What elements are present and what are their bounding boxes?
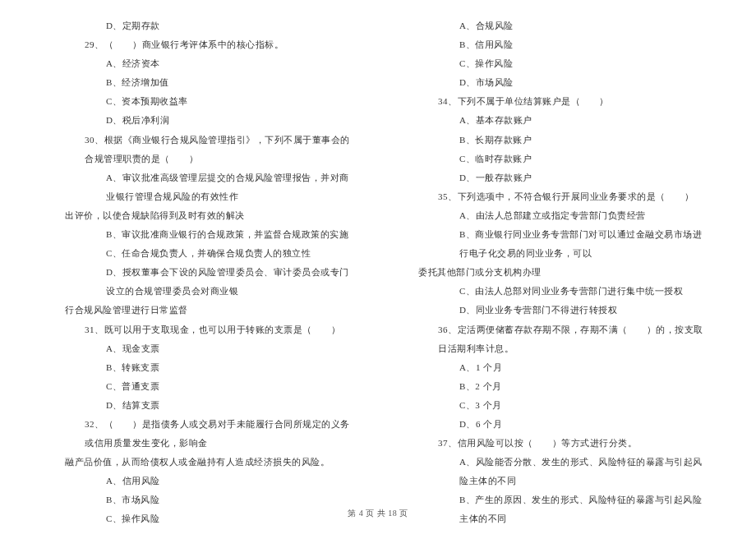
text-line: A、1 个月 xyxy=(399,358,711,377)
text-line: B、审议批准商业银行的合规政策，并监督合规政策的实施 xyxy=(45,225,357,244)
text-line: 32、（ ）是指债务人或交易对手未能履行合同所规定的义务或信用质量发生变化，影响… xyxy=(45,415,357,453)
text-line: 34、下列不属于单位结算账户是（ ） xyxy=(399,92,711,111)
text-line: A、风险能否分散、发生的形式、风险特征的暴露与引起风险主体的不同 xyxy=(399,453,711,490)
text-line: C、普通支票 xyxy=(45,377,357,396)
page-footer: 第 4 页 共 18 页 xyxy=(0,508,756,519)
text-line: C、任命合规负责人，并确保合规负责人的独立性 xyxy=(45,244,357,263)
left-column: D、定期存款29、（ ）商业银行考评体系中的核心指标。A、经济资本B、经济增加值… xyxy=(33,16,378,468)
text-line: A、基本存款账户 xyxy=(399,111,711,130)
text-line: A、审议批准高级管理层提交的合规风险管理报告，并对商业银行管理合规风险的有效性作 xyxy=(45,168,357,206)
text-line: B、长期存款账户 xyxy=(399,131,711,150)
text-line: 行合规风险管理进行日常监督 xyxy=(45,301,357,320)
text-line: 31、既可以用于支取现金，也可以用于转账的支票是（ ） xyxy=(45,320,357,339)
text-line: 融产品价值，从而给债权人或金融持有人造成经济损失的风险。 xyxy=(45,453,357,472)
text-line: D、定期存款 xyxy=(45,16,357,35)
text-line: B、商业银行同业业务专营部门对可以通过金融交易市场进行电子化交易的同业业务，可以 xyxy=(399,225,711,263)
text-line: D、法律风险 xyxy=(45,529,357,534)
text-line: C、3 个月 xyxy=(399,396,711,415)
text-line: D、同业业务专营部门不得进行转授权 xyxy=(399,301,711,320)
text-line: A、经济资本 xyxy=(45,54,357,73)
text-line: B、2 个月 xyxy=(399,377,711,396)
text-line: 29、（ ）商业银行考评体系中的核心指标。 xyxy=(45,35,357,54)
text-line: D、结算支票 xyxy=(45,396,357,415)
page-container: D、定期存款29、（ ）商业银行考评体系中的核心指标。A、经济资本B、经济增加值… xyxy=(0,0,756,501)
page-number: 第 4 页 共 18 页 xyxy=(348,509,408,518)
text-line: 36、定活两便储蓄存款存期不限，存期不满（ ）的，按支取日活期利率计息。 xyxy=(399,320,711,358)
text-line: C、临时存款账户 xyxy=(399,150,711,168)
text-line: D、6 个月 xyxy=(399,415,711,434)
text-line: C、资本预期收益率 xyxy=(45,92,357,111)
text-line: D、一般存款账户 xyxy=(399,168,711,187)
text-line: B、转账支票 xyxy=(45,358,357,377)
text-line: 委托其他部门或分支机构办理 xyxy=(399,263,711,282)
text-line: B、市场风险 xyxy=(45,490,357,509)
text-line: 出评价，以使合规缺陷得到及时有效的解决 xyxy=(45,206,357,225)
text-line: 30、根据《商业银行合规风险管理指引》，下列不属于董事会的合规管理职责的是（ ） xyxy=(45,131,357,168)
text-line: D、市场风险 xyxy=(399,73,711,92)
text-line: 37、信用风险可以按（ ）等方式进行分类。 xyxy=(399,434,711,453)
text-line: 35、下列选项中，不符合银行开展同业业务要求的是（ ） xyxy=(399,187,711,206)
text-line: B、经济增加值 xyxy=(45,73,357,92)
text-line: C、风险能否分散、发生的形式、风险标的 xyxy=(399,529,711,534)
text-line: A、合规风险 xyxy=(399,16,711,35)
text-line: D、税后净利润 xyxy=(45,111,357,130)
text-line: B、信用风险 xyxy=(399,35,711,54)
text-line: C、操作风险 xyxy=(399,54,711,73)
text-line: A、信用风险 xyxy=(45,472,357,490)
text-line: D、授权董事会下设的风险管理委员会、审计委员会或专门设立的合规管理委员会对商业银 xyxy=(45,263,357,301)
text-line: A、由法人总部建立或指定专营部门负责经营 xyxy=(399,206,711,225)
text-line: C、由法人总部对同业业务专营部门进行集中统一授权 xyxy=(399,282,711,301)
text-line: A、现金支票 xyxy=(45,339,357,358)
right-column: A、合规风险B、信用风险C、操作风险D、市场风险34、下列不属于单位结算账户是（… xyxy=(378,16,723,468)
